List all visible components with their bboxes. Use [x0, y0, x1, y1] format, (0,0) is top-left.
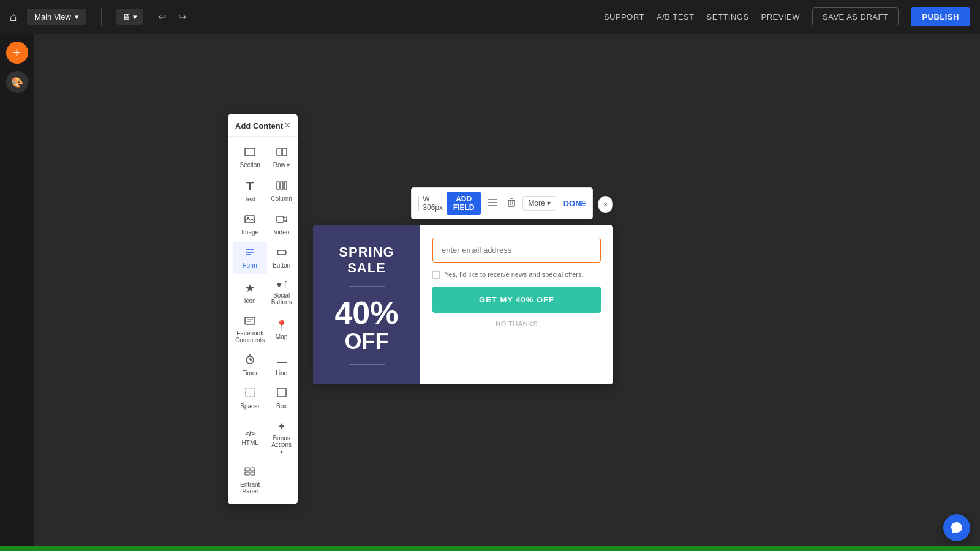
redo-button[interactable]: ↪	[173, 9, 191, 25]
publish-button[interactable]: PUBLISH	[911, 7, 970, 26]
navbar-right: SUPPORT A/B TEST SETTINGS PREVIEW SAVE A…	[604, 7, 970, 26]
panel-close-button[interactable]: ×	[285, 120, 290, 131]
entrant-icon	[244, 466, 255, 479]
svg-rect-26	[251, 472, 255, 475]
panel-item-button[interactable]: Button	[268, 242, 294, 274]
svg-rect-4	[281, 182, 283, 189]
spacer-label: Spacer	[240, 403, 260, 410]
panel-item-column[interactable]: Column	[268, 174, 294, 208]
column-icon	[276, 180, 287, 193]
get-discount-button[interactable]: GET MY 40% OFF	[432, 287, 601, 313]
facebook-icon	[244, 317, 255, 328]
text-icon: T	[246, 179, 254, 193]
toolbar-handle[interactable]	[418, 196, 419, 211]
toolbar-width: W 306px	[423, 195, 443, 212]
html-label: HTML	[242, 440, 258, 446]
svg-rect-0	[245, 148, 255, 156]
sale-off: OFF	[345, 329, 389, 354]
undo-redo-group: ↩ ↪	[153, 9, 191, 25]
panel-item-facebook[interactable]: Facebook Comments	[233, 312, 267, 348]
panel-item-bonus[interactable]: ✦ Bonus Actions ▾	[268, 416, 294, 460]
navbar-left: ⌂ Main View ▾ 🖥 ▾ ↩ ↪	[10, 8, 191, 26]
timer-icon	[245, 354, 255, 367]
line-label: Line	[276, 370, 287, 377]
bottom-progress-bar	[0, 546, 980, 551]
save-draft-button[interactable]: SAVE AS DRAFT	[812, 7, 899, 26]
box-icon	[277, 388, 287, 400]
bonus-label: Bonus Actions ▾	[271, 435, 292, 455]
popup-container: SPRING SALE 40% OFF Yes, I'd like to rec…	[313, 225, 613, 384]
device-icon: 🖥	[123, 12, 130, 21]
chat-widget[interactable]	[943, 514, 970, 541]
panel-item-timer[interactable]: Timer	[233, 350, 267, 381]
left-sidebar: + 🎨	[0, 34, 34, 551]
navbar: ⌂ Main View ▾ 🖥 ▾ ↩ ↪ SUPPORT A/B TEST S…	[0, 0, 980, 34]
popup-right-panel: Yes, I'd like to receive news and specia…	[420, 225, 613, 384]
panel-item-row[interactable]: Row ▾	[268, 141, 294, 173]
panel-item-text[interactable]: T Text	[233, 174, 267, 208]
spring-sale-title: SPRING SALE	[325, 244, 408, 276]
panel-header: Add Content ×	[228, 114, 298, 137]
row-icon	[276, 146, 287, 159]
panel-item-video[interactable]: Video	[268, 209, 294, 241]
support-link[interactable]: SUPPORT	[604, 12, 644, 21]
settings-link[interactable]: SETTINGS	[707, 12, 749, 21]
panel-item-html[interactable]: </> HTML	[233, 416, 267, 460]
optin-checkbox[interactable]	[432, 271, 440, 279]
svg-rect-23	[245, 468, 249, 471]
undo-button[interactable]: ↩	[153, 9, 171, 25]
section-label: Section	[240, 162, 260, 168]
panel-item-section[interactable]: Section	[233, 141, 267, 173]
theme-button[interactable]: 🎨	[6, 71, 28, 93]
ab-test-link[interactable]: A/B TEST	[657, 12, 695, 21]
done-button[interactable]: DONE	[564, 199, 587, 208]
home-icon[interactable]: ⌂	[10, 10, 17, 24]
device-selector[interactable]: 🖥 ▾	[116, 9, 143, 25]
add-field-button[interactable]: ADD FIELD	[447, 192, 481, 215]
checkbox-row: Yes, I'd like to receive news and specia…	[432, 270, 601, 279]
sale-divider-bottom	[349, 364, 385, 365]
map-icon: 📍	[276, 320, 288, 331]
list-icon-button[interactable]	[484, 197, 500, 209]
preview-link[interactable]: PREVIEW	[761, 12, 800, 21]
svg-rect-24	[251, 468, 255, 471]
image-icon	[244, 214, 255, 227]
line-icon	[276, 354, 287, 367]
no-thanks-link[interactable]: NO THANKS	[432, 320, 601, 328]
email-input[interactable]	[432, 238, 601, 263]
column-label: Column	[271, 195, 292, 202]
social-icon: ♥ f	[277, 280, 287, 290]
bonus-icon: ✦	[277, 421, 285, 432]
add-content-button[interactable]: +	[6, 42, 28, 64]
panel-item-line[interactable]: Line	[268, 350, 294, 381]
panel-grid: Section Row ▾ T Text Column	[228, 137, 298, 504]
panel-item-form[interactable]: Form	[233, 242, 267, 274]
svg-rect-13	[245, 317, 255, 324]
map-label: Map	[276, 334, 287, 340]
panel-item-spacer[interactable]: Spacer	[233, 383, 267, 414]
button-label: Button	[273, 262, 290, 269]
optin-label: Yes, I'd like to receive news and specia…	[445, 270, 584, 279]
view-selector[interactable]: Main View ▾	[27, 9, 86, 25]
svg-rect-21	[246, 388, 254, 397]
toolbar-close-button[interactable]: ×	[598, 196, 613, 213]
icon-icon: ★	[245, 282, 255, 295]
social-label: Social Buttons	[271, 292, 292, 305]
panel-item-entrant[interactable]: Entrant Panel	[233, 461, 267, 500]
delete-icon-button[interactable]	[504, 197, 519, 210]
svg-rect-2	[282, 148, 287, 156]
popup-editor-area: W 306px ADD FIELD More ▾ DONE × SPRIN	[313, 187, 613, 384]
panel-item-image[interactable]: Image	[233, 209, 267, 241]
spacer-icon	[245, 388, 255, 400]
facebook-label: Facebook Comments	[235, 330, 265, 343]
html-icon: </>	[245, 430, 255, 437]
panel-item-icon[interactable]: ★ Icon	[233, 275, 267, 310]
form-label: Form	[243, 262, 257, 269]
popup-left-panel: SPRING SALE 40% OFF	[313, 225, 420, 384]
panel-title: Add Content	[235, 121, 283, 130]
panel-item-map[interactable]: 📍 Map	[268, 312, 294, 348]
panel-item-box[interactable]: Box	[268, 383, 294, 414]
canvas-area: Add Content × Section Row ▾ T Text	[34, 34, 980, 551]
panel-item-social[interactable]: ♥ f Social Buttons	[268, 275, 294, 310]
more-button[interactable]: More ▾	[522, 196, 556, 211]
